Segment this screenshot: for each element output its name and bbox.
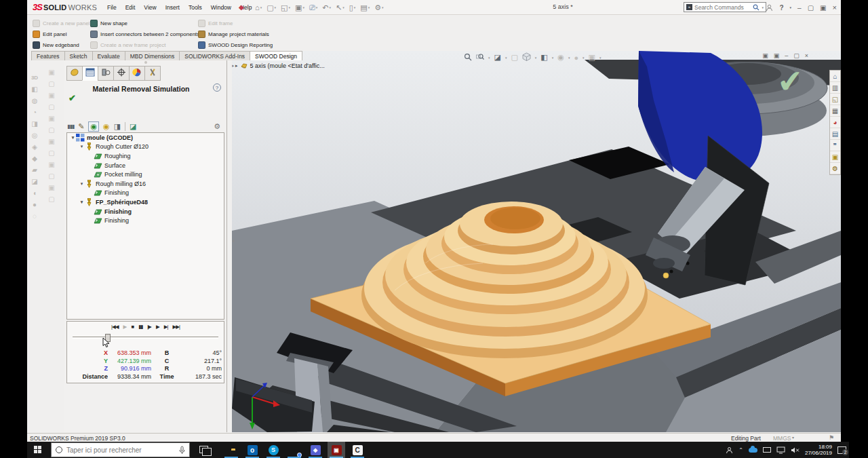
swood-design-reporting-button[interactable]: SWOOD Design Reporting bbox=[198, 40, 273, 50]
restore-button[interactable]: ▣ bbox=[820, 4, 826, 12]
user-icon[interactable] bbox=[766, 4, 773, 12]
swood-tools-icon[interactable]: ⚙ bbox=[832, 165, 838, 172]
pm-tab-3[interactable] bbox=[98, 66, 114, 81]
menu-window[interactable]: Window bbox=[211, 4, 231, 11]
edit-panel-button[interactable]: Edit panel bbox=[33, 29, 67, 39]
appearance-caret-icon[interactable]: ▾ bbox=[583, 56, 585, 60]
clock[interactable]: 18:09 27/06/2019 bbox=[805, 444, 832, 456]
appearance-icon[interactable]: ● bbox=[574, 54, 578, 62]
attachments-icon[interactable]: ▯ bbox=[349, 3, 353, 12]
panel-splitter-dot[interactable] bbox=[144, 61, 147, 64]
tree-expander-icon[interactable]: ▾ bbox=[79, 181, 85, 187]
magnifier-icon[interactable] bbox=[753, 4, 760, 11]
zoom-area-icon[interactable] bbox=[476, 53, 484, 62]
file-explorer-button[interactable] bbox=[222, 442, 240, 458]
columns-icon[interactable]: ▮▮▮ bbox=[67, 123, 74, 130]
print-icon[interactable]: ⎚ bbox=[309, 3, 315, 12]
tree-row-roughing[interactable]: Roughing bbox=[67, 151, 224, 161]
swood-library-icon[interactable]: ▣ bbox=[832, 153, 838, 161]
menu-edit[interactable]: Edit bbox=[125, 4, 136, 11]
window-next-icon[interactable]: ▣ bbox=[774, 52, 780, 59]
file-explorer-icon[interactable]: ◱ bbox=[832, 96, 838, 103]
help-caret-icon[interactable]: ▾ bbox=[790, 5, 792, 9]
new-document-icon[interactable]: ▢ bbox=[267, 3, 273, 12]
onedrive-icon[interactable] bbox=[749, 448, 757, 453]
menu-insert[interactable]: Insert bbox=[165, 4, 180, 11]
search-caret-icon[interactable]: ▾ bbox=[762, 5, 764, 9]
help-icon[interactable]: ? bbox=[779, 4, 783, 12]
report-caret-icon[interactable]: ▾ bbox=[368, 5, 370, 9]
hide-show-icon[interactable]: ◉ bbox=[557, 53, 564, 62]
tray-expand-icon[interactable]: ⌃ bbox=[738, 447, 743, 453]
doc-minimize-icon[interactable]: – bbox=[785, 52, 788, 59]
tree-expander-icon[interactable]: ▾ bbox=[79, 199, 85, 205]
open-document-icon[interactable]: ◱ bbox=[281, 3, 288, 12]
camtasia-button[interactable]: C bbox=[349, 442, 366, 458]
task-view-button[interactable] bbox=[199, 446, 208, 453]
step-forward-button[interactable]: ▶| bbox=[164, 324, 168, 330]
forum-icon[interactable]: ❞ bbox=[833, 142, 837, 149]
save-caret-icon[interactable]: ▾ bbox=[302, 5, 304, 9]
panel-collapse-arrow[interactable]: ◂ bbox=[232, 238, 235, 244]
taskbar-search-input[interactable] bbox=[66, 446, 175, 454]
maximize-button[interactable]: ▢ bbox=[808, 4, 814, 12]
compare-icon[interactable]: ◨ bbox=[114, 122, 121, 131]
pm-tab-6[interactable] bbox=[144, 66, 161, 81]
skype-button[interactable]: S bbox=[264, 442, 282, 458]
language-icon[interactable] bbox=[763, 447, 771, 453]
start-button[interactable] bbox=[34, 446, 42, 454]
zoom-area-caret-icon[interactable]: ▾ bbox=[488, 56, 490, 60]
network-icon[interactable] bbox=[776, 446, 785, 454]
home-caret-icon[interactable]: ▾ bbox=[260, 5, 262, 9]
simulation-settings-gear-icon[interactable]: ⚙ bbox=[214, 122, 220, 131]
options-gear-icon[interactable]: ⚙ bbox=[374, 3, 381, 12]
save-icon[interactable]: ▣ bbox=[295, 3, 302, 12]
tab-swood-design[interactable]: SWOOD Design bbox=[250, 51, 302, 60]
undo-icon[interactable]: ↶ bbox=[322, 3, 328, 12]
units-caret-icon[interactable]: ▾ bbox=[792, 435, 794, 440]
section-view-icon[interactable]: ◪ bbox=[494, 53, 501, 62]
panel-flyout-arrow[interactable]: ▸ bbox=[232, 63, 235, 69]
search-commands-input[interactable] bbox=[694, 4, 751, 11]
pm-tab-1[interactable] bbox=[66, 66, 83, 81]
resources-home-icon[interactable]: ⌂ bbox=[833, 73, 837, 80]
insert-connectors-between-2-components-button[interactable]: Insert connectors between 2 components bbox=[90, 29, 199, 39]
inspect-tool-icon[interactable]: ◉ bbox=[103, 122, 110, 131]
home-icon[interactable]: ⌂ bbox=[255, 3, 260, 12]
print-caret-icon[interactable]: ▾ bbox=[316, 5, 318, 9]
close-button[interactable]: × bbox=[833, 3, 837, 12]
panel-help-icon[interactable]: ? bbox=[213, 83, 221, 92]
section-view-caret-icon[interactable]: ▾ bbox=[505, 56, 507, 60]
step-play-button[interactable]: |▶ bbox=[147, 324, 151, 330]
tab-mbd-dimensions[interactable]: MBD Dimensions bbox=[125, 51, 180, 60]
report-icon[interactable]: ▤ bbox=[360, 3, 367, 12]
simulation-mode-icon[interactable]: ◉ bbox=[88, 121, 99, 132]
custom-properties-icon[interactable]: ▤ bbox=[832, 130, 838, 138]
tree-row-surface[interactable]: Surface bbox=[67, 161, 224, 170]
pm-tab-4[interactable] bbox=[113, 66, 130, 81]
pm-tab-5[interactable] bbox=[129, 66, 145, 81]
edit-program-icon[interactable]: ✎ bbox=[78, 122, 84, 131]
tab-evaluate[interactable]: Evaluate bbox=[92, 51, 125, 60]
tree-row-fp-sph-riqued48[interactable]: ▾FP_SphériqueD48 bbox=[67, 197, 224, 207]
play-slow-button[interactable]: ▶ bbox=[156, 324, 159, 330]
outlook-button[interactable]: o bbox=[243, 442, 261, 458]
tree-expander-icon[interactable]: ▾ bbox=[79, 144, 85, 149]
doc-close-icon[interactable]: × bbox=[805, 52, 808, 59]
stock-display-icon[interactable]: ◪ bbox=[130, 122, 136, 131]
display-style-caret-icon[interactable]: ▾ bbox=[552, 56, 554, 60]
tree-row-finishing[interactable]: Finishing bbox=[67, 189, 224, 198]
view-palette-icon[interactable]: ▦ bbox=[832, 107, 838, 115]
people-icon[interactable] bbox=[726, 446, 733, 454]
pin-icon[interactable]: ◆ bbox=[239, 3, 244, 11]
scene-icon[interactable]: ▣ bbox=[589, 53, 595, 62]
menu-tools[interactable]: Tools bbox=[189, 4, 202, 11]
attachments-caret-icon[interactable]: ▾ bbox=[354, 5, 356, 9]
solidworks-button[interactable]: ▣ bbox=[328, 442, 345, 458]
search-commands-box[interactable]: » ▾ bbox=[684, 2, 766, 12]
doc-restore-icon[interactable]: ▢ bbox=[793, 52, 800, 59]
scene-caret-icon[interactable]: ▾ bbox=[599, 56, 601, 60]
design-library-icon[interactable]: ▥ bbox=[832, 84, 838, 92]
new-edgeband-button[interactable]: New edgeband bbox=[33, 40, 79, 50]
ok-check-icon[interactable]: ✔ bbox=[68, 93, 76, 103]
